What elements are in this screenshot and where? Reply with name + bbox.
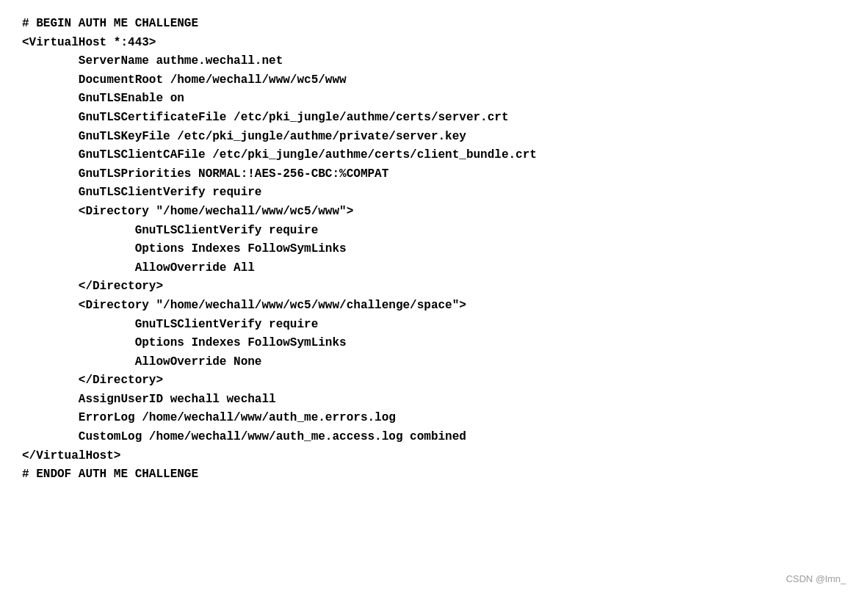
code-content: # BEGIN AUTH ME CHALLENGE <VirtualHost *… (22, 15, 846, 484)
watermark: CSDN @lmn_ (786, 573, 846, 584)
